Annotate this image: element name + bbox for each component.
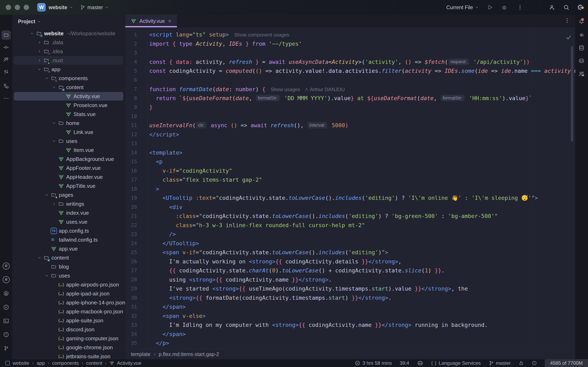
code-line-3[interactable] [149, 48, 575, 58]
tool-stripe-ai-assistant-icon[interactable] [578, 32, 585, 39]
code-line-11[interactable]: useIntervalFn(cb: async () => await refr… [149, 121, 575, 130]
line-number[interactable]: 35 [125, 339, 147, 348]
tool-stripe-services-icon[interactable] [3, 304, 9, 311]
code-editor[interactable]: 1234567891011121314151617181920212223242… [125, 27, 575, 349]
tool-stripe-database-icon[interactable] [578, 44, 585, 51]
code-line-34[interactable]: </span> [149, 330, 575, 339]
line-number[interactable]: 10 [125, 112, 147, 121]
tree-item-apple-iphone-14-pro.json[interactable]: {…}apple-iphone-14-pro.json [12, 298, 125, 307]
tool-stripe-problems-icon[interactable] [3, 331, 9, 338]
close-tab-icon[interactable]: × [168, 18, 171, 24]
code-line-35[interactable]: </p> [149, 339, 575, 348]
code-line-22[interactable]: class="h-3 w-3 inline-flex rounded-full … [149, 221, 575, 230]
code-line-24[interactable]: </UTooltip> [149, 239, 575, 248]
tree-item-.data[interactable]: .data [12, 38, 125, 47]
window-zoom-button[interactable] [24, 5, 29, 10]
code-line-25[interactable]: <span v-if="codingActivity.state.toLower… [149, 248, 575, 257]
tool-stripe-version-control-icon[interactable] [3, 345, 9, 352]
status-breadcrumb[interactable]: website›app›components›content›Activity.… [0, 360, 141, 366]
tool-stripe-commit-icon[interactable] [3, 44, 9, 51]
tree-item-link.vue[interactable]: Link.vue [12, 128, 125, 137]
project-selector[interactable]: website [49, 0, 73, 15]
vcs-widget[interactable]: master [80, 0, 109, 15]
tree-item-apple-macbook-pro.json[interactable]: {…}apple-macbook-pro.json [12, 307, 125, 316]
inlay-usages-hint[interactable]: Show usages [271, 87, 300, 92]
code-line-8[interactable]: return `${useDateFormat(date, formatStr:… [149, 94, 575, 103]
tree-item-home[interactable]: home [12, 119, 125, 128]
line-number[interactable]: 6 [125, 76, 147, 85]
tree-item-.idea[interactable]: IJ.idea [12, 47, 125, 56]
line-number[interactable]: 16 [125, 166, 147, 175]
code-line-10[interactable] [149, 112, 575, 121]
tree-item-.nuxt[interactable]: ▲.nuxt [12, 56, 125, 65]
tree-item-app.vue[interactable]: app.vue [12, 244, 125, 253]
code-line-2[interactable]: import { type Activity, IDEs } from '~~/… [149, 39, 575, 49]
code-lines[interactable]: <script lang="ts" setup>Show component u… [149, 30, 575, 349]
chevron-right-icon[interactable] [36, 57, 43, 64]
tool-stripe-pull-requests-icon[interactable] [3, 56, 9, 63]
status-memory-indicator[interactable]: 4585 of 7700M [545, 359, 588, 367]
settings-button[interactable]: ⚙ [577, 0, 584, 15]
line-number[interactable]: 20 [125, 203, 147, 212]
status-caret-position[interactable]: 39:4 [400, 359, 409, 367]
tree-item-content[interactable]: ▣content [12, 83, 125, 92]
code-line-20[interactable]: <div [149, 203, 575, 212]
tool-stripe-ai-assistant-icon[interactable] [3, 290, 9, 297]
code-line-33[interactable]: I'm Idling on my computer with <strong>{… [149, 320, 575, 330]
line-number[interactable]: 5 [125, 67, 147, 76]
tool-stripe-github-copilot-icon[interactable] [578, 57, 585, 64]
code-line-13[interactable] [149, 139, 575, 148]
inlay-hint[interactable]: cb: [196, 122, 206, 128]
line-number[interactable]: 25 [125, 248, 147, 257]
code-line-12[interactable]: </script> [149, 130, 575, 139]
chevron-down-icon[interactable] [43, 192, 50, 198]
line-number[interactable]: 2 [125, 39, 147, 49]
tree-item-tailwind.config.ts[interactable]: tailwind.config.ts [12, 235, 125, 244]
tree-item-proseicon.vue[interactable]: ProseIcon.vue [12, 101, 125, 110]
line-number[interactable]: 23 [125, 230, 147, 239]
editor-options-kebab-icon[interactable] [564, 17, 570, 24]
tree-item-activity.vue[interactable]: Activity.vue [12, 92, 125, 101]
line-number[interactable]: 1 [125, 30, 147, 39]
editor-gutter[interactable]: 1234567891011121314151617181920212223242… [125, 30, 147, 349]
tree-item-apptitle.vue[interactable]: AppTitle.vue [12, 182, 125, 191]
line-number[interactable]: 21 [125, 212, 147, 221]
line-number[interactable]: 17 [125, 175, 147, 184]
status-git-branch-widget[interactable]: master [489, 359, 511, 367]
line-number[interactable]: 34 [125, 330, 147, 339]
line-number[interactable]: 11 [125, 121, 147, 130]
line-number[interactable]: 9 [125, 103, 147, 112]
tool-stripe-project-icon[interactable] [3, 32, 9, 39]
chevron-down-icon[interactable] [43, 272, 50, 279]
code-line-18[interactable]: > [149, 184, 575, 194]
line-number[interactable]: 27 [125, 266, 147, 275]
code-line-14[interactable]: <template> [149, 148, 575, 157]
inlay-author-hint[interactable]: Arthur DANJOU [305, 85, 345, 94]
status-file-name[interactable]: Activity.vue [117, 360, 141, 366]
chevron-down-icon[interactable] [29, 30, 35, 37]
window-minimize-button[interactable] [15, 5, 20, 10]
line-number[interactable]: 18 [125, 184, 147, 194]
code-line-5[interactable]: const codingActivity = computed(() => ac… [149, 67, 575, 76]
chevron-down-icon[interactable] [36, 66, 43, 73]
line-number[interactable]: 28 [125, 275, 147, 284]
tree-item-blog[interactable]: blog [12, 262, 125, 271]
tree-item-components[interactable]: ◇components [12, 74, 125, 83]
chevron-right-icon[interactable] [51, 200, 58, 207]
tool-stripe-more-tool-windows-icon[interactable] [3, 95, 9, 102]
debug-button[interactable] [501, 0, 507, 15]
code-line-27[interactable]: {{ codingActivity.state.charAt(0).toLowe… [149, 266, 575, 275]
tree-item-jetbrains-suite.json[interactable]: {…}jetbrains-suite.json [12, 352, 125, 359]
line-number[interactable]: 24 [125, 239, 147, 248]
tree-item-content[interactable]: ▣content [12, 253, 125, 262]
tree-item-website[interactable]: ⊕website~/Workspace/website [12, 29, 125, 38]
chevron-down-icon[interactable] [51, 120, 58, 127]
line-number[interactable]: 13 [125, 139, 147, 148]
line-number[interactable]: 26 [125, 257, 147, 266]
code-line-17[interactable]: class="flex items-start gap-2" [149, 175, 575, 184]
tree-item-pages[interactable]: ◆pages [12, 191, 125, 200]
code-line-26[interactable]: I'm actually working on <strong>{{ codin… [149, 257, 575, 266]
tree-item-item.vue[interactable]: Item.vue [12, 146, 125, 155]
code-line-19[interactable]: <UTooltip :text="codingActivity.state.to… [149, 193, 575, 203]
tool-stripe-terminal-icon[interactable] [3, 317, 9, 324]
